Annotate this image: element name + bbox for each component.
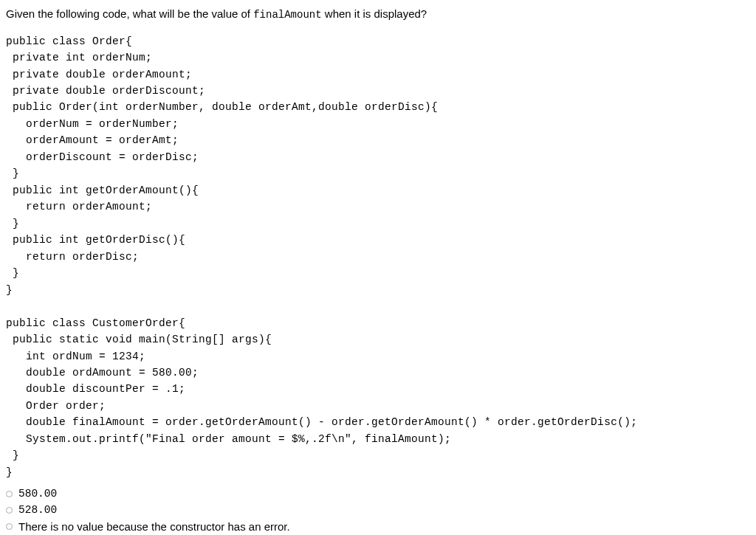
- question-suffix: when it is displayed?: [322, 7, 427, 20]
- answer-label: 528.00: [18, 504, 57, 516]
- radio-icon: [6, 507, 13, 514]
- radio-icon: [6, 491, 13, 497]
- answer-option[interactable]: 580.00: [6, 488, 750, 500]
- question-prompt: Given the following code, what will be t…: [6, 6, 750, 23]
- answer-label: 580.00: [18, 488, 57, 500]
- code-block: public class Order{ private int orderNum…: [6, 33, 750, 481]
- answer-option[interactable]: 528.00: [6, 504, 750, 516]
- answer-label: There is no value because the constructo…: [18, 520, 290, 533]
- answer-option[interactable]: There is no value because the constructo…: [6, 520, 750, 533]
- question-prefix: Given the following code, what will be t…: [6, 7, 253, 20]
- radio-icon: [6, 523, 13, 530]
- question-code-word: finalAmount: [253, 9, 321, 21]
- answer-list: 580.00 528.00 There is no value because …: [6, 488, 750, 535]
